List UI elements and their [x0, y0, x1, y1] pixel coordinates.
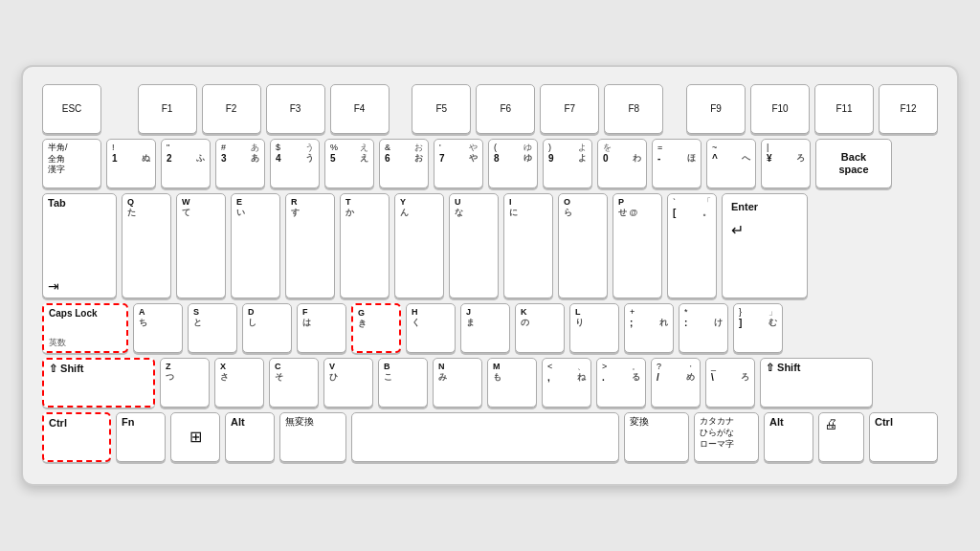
i-key[interactable]: I に [503, 193, 553, 298]
f6-key[interactable]: F6 [476, 84, 535, 134]
f5-key[interactable]: F5 [412, 84, 471, 134]
s-key[interactable]: S と [188, 303, 237, 353]
f8-key[interactable]: F8 [604, 84, 663, 134]
number-row: 半角/全角漢字 ! 1ぬ " 2ふ #あ 3あ $う [42, 139, 938, 188]
period-key[interactable]: >。 .る [596, 358, 646, 408]
left-alt-key[interactable]: Alt [225, 412, 275, 462]
bracket-open-key[interactable]: `「 [。 [667, 193, 717, 298]
key-caret[interactable]: ~ ^へ [706, 139, 756, 188]
function-row: ESC F1 F2 F3 F4 F5 F6 F7 F8 F9 F10 F11 F… [42, 84, 938, 134]
henkan-key[interactable]: 変換 [624, 412, 689, 462]
f10-key[interactable]: F10 [750, 84, 810, 134]
f12-key[interactable]: F12 [879, 84, 938, 134]
semicolon-key[interactable]: + ;れ [624, 303, 674, 353]
fn-key[interactable]: Fn [116, 412, 166, 462]
keyboard: ESC F1 F2 F3 F4 F5 F6 F7 F8 F9 F10 F11 F… [21, 65, 959, 486]
key-5[interactable]: %え 5え [324, 139, 374, 188]
f-key[interactable]: F は [297, 303, 346, 353]
f4-key[interactable]: F4 [330, 84, 390, 134]
muhenkan-key[interactable]: 無変換 [279, 412, 346, 462]
colon-key[interactable]: * :け [679, 303, 728, 353]
f2-key[interactable]: F2 [202, 84, 261, 134]
qwerty-row: Tab ⇥ Q た W て E い R す [42, 193, 938, 298]
key-2[interactable]: " 2ふ [161, 139, 211, 188]
key-yen[interactable]: | ¥ろ [761, 139, 811, 188]
c-key[interactable]: C そ [269, 358, 319, 408]
v-key[interactable]: V ひ [323, 358, 373, 408]
b-key[interactable]: B こ [378, 358, 428, 408]
windows-key[interactable]: ⊞ [170, 412, 220, 462]
d-key[interactable]: D し [242, 303, 292, 353]
j-key[interactable]: J ま [460, 303, 510, 353]
comma-key[interactable]: <、 ,ね [542, 358, 591, 408]
key-7[interactable]: 'や 7や [434, 139, 483, 188]
backslash-key[interactable]: _ \ろ [705, 358, 755, 408]
p-key[interactable]: P せ @ [612, 193, 662, 298]
m-key[interactable]: M も [487, 358, 537, 408]
esc-key[interactable]: ESC [42, 84, 101, 134]
right-alt-key[interactable]: Alt [764, 412, 813, 462]
w-key[interactable]: W て [176, 193, 226, 298]
menu-key[interactable]: 🖨 [818, 412, 864, 462]
e-key[interactable]: E い [231, 193, 280, 298]
h-key[interactable]: H く [406, 303, 456, 353]
n-key[interactable]: N み [433, 358, 482, 408]
key-minus[interactable]: = -ほ [652, 139, 702, 188]
hankaku-key[interactable]: 半角/全角漢字 [42, 139, 101, 188]
f11-key[interactable]: F11 [814, 84, 874, 134]
key-0[interactable]: を 0わ [597, 139, 647, 188]
left-ctrl-key[interactable]: Ctrl [42, 412, 111, 462]
bracket-close-key[interactable]: }」 ]む [733, 303, 783, 353]
right-shift-key[interactable]: ⇧ Shift [760, 358, 873, 408]
enter-key[interactable]: Enter ↵ [722, 193, 808, 298]
left-shift-key[interactable]: ⇧ Shift [42, 358, 155, 408]
o-key[interactable]: O ら [558, 193, 608, 298]
f3-key[interactable]: F3 [266, 84, 325, 134]
right-ctrl-key[interactable]: Ctrl [869, 412, 938, 462]
key-4[interactable]: $う 4う [270, 139, 320, 188]
r-key[interactable]: R す [285, 193, 335, 298]
k-key[interactable]: K の [515, 303, 565, 353]
u-key[interactable]: U な [449, 193, 499, 298]
space-key[interactable] [351, 412, 619, 462]
backspace-key[interactable]: Backspace [815, 139, 892, 188]
l-key[interactable]: L り [569, 303, 619, 353]
katakana-key[interactable]: カタカナひらがなローマ字 [694, 412, 759, 462]
a-key[interactable]: A ち [133, 303, 183, 353]
asdf-row: Caps Lock 英数 A ち S と D し F [42, 303, 938, 353]
key-1[interactable]: ! 1ぬ [106, 139, 156, 188]
x-key[interactable]: X さ [214, 358, 264, 408]
f7-key[interactable]: F7 [540, 84, 599, 134]
g-key[interactable]: G き [351, 303, 401, 353]
bottom-row: Ctrl Fn ⊞ Alt 無変換 変換 カタカナひらがなローマ字 Alt 🖨 … [42, 412, 938, 462]
slash-key[interactable]: ?・ /め [651, 358, 701, 408]
f1-key[interactable]: F1 [138, 84, 197, 134]
z-key[interactable]: Z つ [160, 358, 210, 408]
zxcv-row: ⇧ Shift Z つ X さ C そ V ひ [42, 358, 938, 408]
key-6[interactable]: &お 6お [379, 139, 429, 188]
key-3[interactable]: #あ 3あ [215, 139, 265, 188]
t-key[interactable]: T か [340, 193, 390, 298]
tab-key[interactable]: Tab ⇥ [42, 193, 117, 298]
key-8[interactable]: (ゆ 8ゆ [488, 139, 538, 188]
f9-key[interactable]: F9 [686, 84, 746, 134]
caps-lock-key[interactable]: Caps Lock 英数 [42, 303, 128, 353]
key-9[interactable]: )よ 9よ [543, 139, 592, 188]
q-key[interactable]: Q た [122, 193, 171, 298]
y-key[interactable]: Y ん [394, 193, 444, 298]
